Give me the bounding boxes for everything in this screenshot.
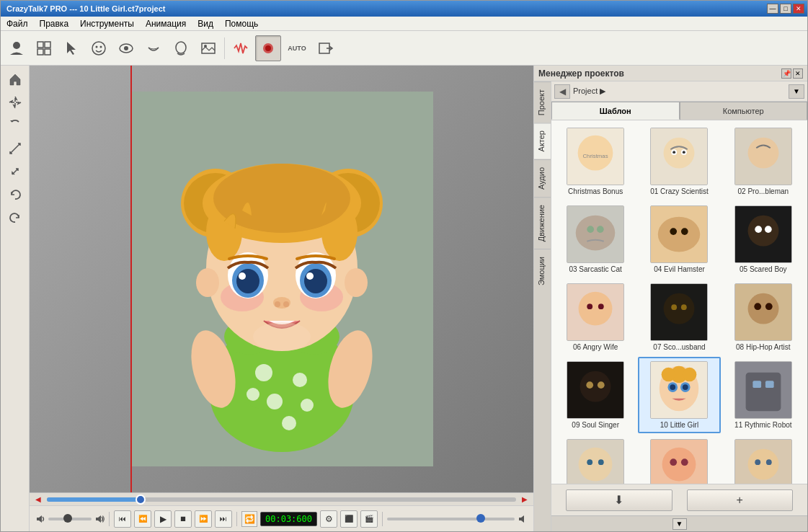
auto-button[interactable]: AUTO <box>283 35 311 61</box>
thumbnail-item-11[interactable]: 11 Rythmic Robot <box>722 357 804 433</box>
play-button[interactable]: ▶ <box>154 510 172 528</box>
thumbnail-item-6[interactable]: 06 Angry Wife <box>554 279 636 355</box>
svg-point-23 <box>301 399 314 412</box>
svg-point-111 <box>598 459 604 465</box>
skip-forward-button[interactable]: ⏭ <box>215 510 232 528</box>
export-button[interactable] <box>313 35 339 61</box>
panel-pin-button[interactable]: 📌 <box>781 68 791 79</box>
time-display: 00:03:600 <box>260 512 317 526</box>
scale-in-button[interactable] <box>4 161 26 182</box>
skip-back-button[interactable]: ⏮ <box>114 510 131 528</box>
svg-point-54 <box>345 268 368 297</box>
window-title: CrazyTalk7 PRO --- 10 Little Girl.ct7pro… <box>4 4 165 13</box>
redo-button[interactable] <box>4 207 26 229</box>
thumbnail-item-2[interactable]: 02 Pro...bleman <box>722 123 804 200</box>
stop-button[interactable]: ⏹ <box>174 510 192 528</box>
thumbnail-item-0[interactable]: ChristmasChristmas Bonus <box>554 123 636 200</box>
tab-template[interactable]: Шаблон <box>551 102 680 120</box>
minimize-button[interactable]: — <box>767 4 778 14</box>
scale-out-button[interactable] <box>4 138 26 159</box>
menu-animation[interactable]: Анимация <box>140 17 192 30</box>
svg-point-88 <box>747 293 778 324</box>
thumbnail-image-5 <box>734 205 792 263</box>
volume-thumb[interactable] <box>63 514 72 523</box>
menu-help[interactable]: Помощь <box>219 17 264 30</box>
tab-motion[interactable]: Движение <box>534 197 551 249</box>
svg-point-0 <box>13 42 20 49</box>
nav-path: Project ▶ <box>573 87 786 96</box>
thumbnail-item-4[interactable]: 04 Evil Hamster <box>638 201 720 278</box>
menu-file[interactable]: Файл <box>1 17 34 30</box>
thumbnail-item-14[interactable]: 14 Freestyle Rap <box>722 435 804 484</box>
menu-edit[interactable]: Правка <box>34 17 75 30</box>
bottom-nav-arrow[interactable]: ▼ <box>672 518 687 530</box>
thumbnail-item-8[interactable]: 08 Hip-Hop Artist <box>722 279 804 355</box>
panel-close-button[interactable]: ✕ <box>793 68 803 79</box>
nav-back-button[interactable]: ◀ <box>554 84 570 99</box>
loop-button[interactable]: 🔁 <box>241 511 257 527</box>
timeline-position-slider[interactable] <box>387 518 515 520</box>
record-button[interactable] <box>255 35 281 61</box>
toolbar: AUTO <box>1 31 807 66</box>
time-settings-button[interactable]: ⚙ <box>320 510 337 528</box>
image-tool-button[interactable] <box>195 35 221 61</box>
volume-slider[interactable] <box>48 518 92 520</box>
thumbnail-image-10 <box>650 361 708 419</box>
svg-point-5 <box>92 42 105 55</box>
tab-project[interactable]: Проект <box>534 81 551 123</box>
download-button[interactable]: ⬇ <box>566 489 672 511</box>
thumbnail-item-10[interactable]: 10 Little Girl <box>638 357 720 433</box>
timeline-thumb[interactable] <box>476 514 485 523</box>
thumbnail-item-1[interactable]: 01 Crazy Scientist <box>638 123 720 200</box>
tab-emotion[interactable]: Эмоции <box>534 249 551 293</box>
menu-tools[interactable]: Инструменты <box>74 17 140 30</box>
tab-actor[interactable]: Актер <box>534 123 551 159</box>
scrubber-thumb[interactable] <box>136 495 146 505</box>
thumbnail-item-7[interactable]: 07 Sco...usband <box>638 279 720 355</box>
add-button[interactable]: + <box>687 489 794 511</box>
content-tabs: Шаблон Компьютер <box>551 102 807 120</box>
menu-view[interactable]: Вид <box>192 17 219 30</box>
svg-point-53 <box>196 268 219 297</box>
thumbnail-item-3[interactable]: 03 Sarcastic Cat <box>554 201 636 278</box>
step-back-button[interactable]: ⏪ <box>134 510 151 528</box>
panel-inner: Проект Актер Аудио Движение Эмоции ◀ Pro… <box>534 81 807 531</box>
actor-tool-button[interactable] <box>4 35 30 61</box>
svg-rect-3 <box>37 49 43 55</box>
cursor-tool-button[interactable] <box>58 35 84 61</box>
svg-point-102 <box>670 384 676 390</box>
thumbnails-container[interactable]: ChristmasChristmas Bonus01 Crazy Scienti… <box>551 120 807 484</box>
undo-button[interactable] <box>4 184 26 205</box>
thumbnail-item-9[interactable]: 09 Soul Singer <box>554 357 636 433</box>
move-button[interactable] <box>4 92 26 113</box>
audio-wave-button[interactable] <box>228 35 254 61</box>
tab-computer[interactable]: Компьютер <box>680 102 808 120</box>
timeline-scrubber: ◀ ▶ <box>30 492 533 505</box>
thumbnail-item-13[interactable]: 13 Flirting <box>638 435 720 484</box>
home-button[interactable] <box>4 68 26 90</box>
canvas-viewport[interactable] <box>30 66 533 492</box>
head-tool-button[interactable] <box>168 35 194 61</box>
vertical-tabs: Проект Актер Аудио Движение Эмоции <box>534 81 551 531</box>
eye-tool-button[interactable] <box>113 35 139 61</box>
grid-tool-button[interactable] <box>31 35 57 61</box>
thumbnail-image-1 <box>650 128 708 185</box>
nav-filter-button[interactable]: ▼ <box>789 84 804 99</box>
mouth-tool-button[interactable] <box>141 35 167 61</box>
record-transport-button[interactable]: ⬛ <box>340 510 358 528</box>
clip-button[interactable]: 🎬 <box>360 510 378 528</box>
tab-audio[interactable]: Аудио <box>534 159 551 197</box>
svg-point-82 <box>598 303 604 309</box>
svg-point-51 <box>275 301 280 307</box>
rotate-button[interactable] <box>4 115 26 136</box>
svg-point-64 <box>683 151 685 154</box>
scrubber-track[interactable] <box>47 497 516 502</box>
svg-rect-105 <box>745 373 781 412</box>
maximize-button[interactable]: □ <box>780 4 791 14</box>
left-sidebar <box>1 66 30 531</box>
thumbnail-item-12[interactable]: 12 Dare <box>554 435 636 484</box>
thumbnail-item-5[interactable]: 05 Scared Boy <box>722 201 804 278</box>
step-forward-button[interactable]: ⏩ <box>195 510 212 528</box>
close-button[interactable]: ✕ <box>793 4 804 14</box>
face-tool-button[interactable] <box>86 35 112 61</box>
